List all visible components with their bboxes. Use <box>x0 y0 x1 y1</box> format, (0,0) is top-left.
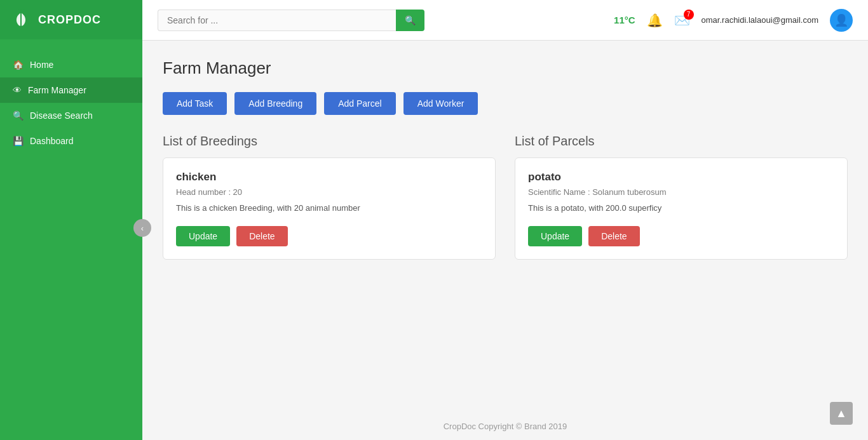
sidebar-item-dashboard[interactable]: 💾 Dashboard <box>0 128 142 154</box>
sidebar-item-farm-label: Farm Manager <box>28 85 86 95</box>
search-icon: 🔍 <box>13 110 24 121</box>
sidebar-item-disease-search[interactable]: 🔍 Disease Search <box>0 103 142 128</box>
breeding-card: chicken Head number : 20 This is a chick… <box>163 157 496 260</box>
eye-icon: 👁 <box>13 85 22 95</box>
breeding-name: chicken <box>176 171 482 183</box>
search-input[interactable] <box>158 10 396 31</box>
scroll-to-top-button[interactable]: ▲ <box>830 402 853 425</box>
logo: CROPDOC <box>0 0 142 39</box>
parcel-delete-button[interactable]: Delete <box>588 226 639 246</box>
app-name: CROPDOC <box>38 13 101 27</box>
parcel-card-buttons: Update Delete <box>528 226 834 246</box>
page-content: Farm Manager Add Task Add Breeding Add P… <box>142 41 868 413</box>
main-content: 🔍 11°C 🔔 ✉️ 7 omar.rachidi.lalaoui@gmail… <box>142 0 868 440</box>
topbar: 🔍 11°C 🔔 ✉️ 7 omar.rachidi.lalaoui@gmail… <box>142 0 868 41</box>
add-breeding-button[interactable]: Add Breeding <box>234 92 316 115</box>
add-parcel-button[interactable]: Add Parcel <box>324 92 395 115</box>
footer: CropDoc Copyright © Brand 2019 <box>142 413 868 440</box>
breeding-description: This is a chicken Breeding, with 20 anim… <box>176 202 482 215</box>
sidebar-item-home-label: Home <box>30 60 53 70</box>
topbar-right: 11°C 🔔 ✉️ 7 omar.rachidi.lalaoui@gmail.c… <box>614 9 853 32</box>
search-wrapper: 🔍 <box>158 10 424 31</box>
parcel-update-button[interactable]: Update <box>528 226 582 246</box>
breeding-delete-button[interactable]: Delete <box>236 226 287 246</box>
home-icon: 🏠 <box>13 60 24 70</box>
page-title: Farm Manager <box>163 58 848 78</box>
dashboard-icon: 💾 <box>13 136 24 146</box>
user-email: omar.rachidi.lalaoui@gmail.com <box>702 15 818 25</box>
parcel-card: potato Scientific Name : Solanum tuberos… <box>515 157 848 260</box>
add-worker-button[interactable]: Add Worker <box>403 92 478 115</box>
sidebar-item-home[interactable]: 🏠 Home <box>0 52 142 77</box>
parcel-detail: Scientific Name : Solanum tuberosum <box>528 187 834 197</box>
chevron-up-icon: ▲ <box>836 407 847 420</box>
action-buttons: Add Task Add Breeding Add Parcel Add Wor… <box>163 92 848 115</box>
nav: 🏠 Home 👁 Farm Manager 🔍 Disease Search 💾… <box>0 39 142 440</box>
sidebar-item-dashboard-label: Dashboard <box>30 136 74 146</box>
sidebar-item-disease-label: Disease Search <box>30 110 93 121</box>
mail-badge: 7 <box>684 10 694 20</box>
breeding-detail: Head number : 20 <box>176 187 482 197</box>
lists-row: List of Breedings chicken Head number : … <box>163 134 848 260</box>
temperature-display: 11°C <box>614 15 635 25</box>
avatar-icon: 👤 <box>834 13 848 27</box>
sidebar-item-farm-manager[interactable]: 👁 Farm Manager <box>0 77 142 103</box>
sidebar: CROPDOC 🏠 Home 👁 Farm Manager 🔍 Disease … <box>0 0 142 440</box>
logo-icon <box>10 9 32 30</box>
breeding-update-button[interactable]: Update <box>176 226 230 246</box>
sidebar-toggle-button[interactable]: ‹ <box>133 219 151 237</box>
parcel-description: This is a potato, with 200.0 superficy <box>528 202 834 215</box>
breeding-card-buttons: Update Delete <box>176 226 482 246</box>
parcels-title: List of Parcels <box>515 134 848 149</box>
mail-button[interactable]: ✉️ 7 <box>674 13 690 28</box>
add-task-button[interactable]: Add Task <box>163 92 227 115</box>
search-submit-icon: 🔍 <box>405 15 416 25</box>
chevron-left-icon: ‹ <box>141 223 144 233</box>
notifications-bell[interactable]: 🔔 <box>647 13 663 28</box>
parcel-name: potato <box>528 171 834 183</box>
breedings-title: List of Breedings <box>163 134 496 149</box>
user-avatar[interactable]: 👤 <box>830 9 853 32</box>
search-button[interactable]: 🔍 <box>396 10 424 31</box>
footer-text: CropDoc Copyright © Brand 2019 <box>444 422 567 431</box>
parcels-section: List of Parcels potato Scientific Name :… <box>515 134 848 260</box>
breedings-section: List of Breedings chicken Head number : … <box>163 134 496 260</box>
